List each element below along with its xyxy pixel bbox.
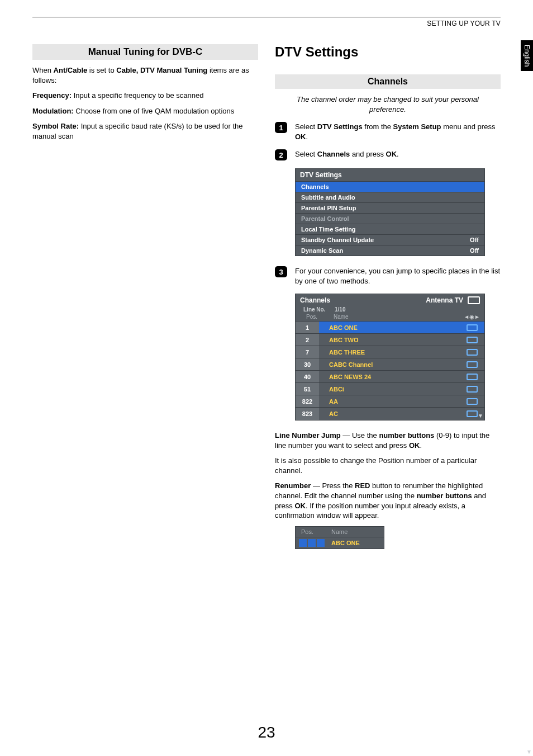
right-column: DTV Settings Channels The channel order … xyxy=(275,44,501,549)
osd2-title-left: Channels xyxy=(300,296,330,304)
renumber-paragraph: Renumber — Press the RED button to renum… xyxy=(275,481,501,520)
nav-arrows-icon: ◄◉► xyxy=(464,314,480,320)
osd-menu-row: Local Time Setting xyxy=(296,224,484,235)
channel-row: 2ABC TWO xyxy=(296,334,484,346)
symbol-rate-item: Symbol Rate: Input a specific baud rate … xyxy=(32,121,258,141)
step-badge-2: 2 xyxy=(275,149,287,160)
frequency-item: Frequency: Input a specific frequency to… xyxy=(32,91,258,101)
channel-row: 823AC xyxy=(296,408,484,420)
step-1: 1 Select DTV Settings from the System Se… xyxy=(275,122,501,141)
line-no-label: Line No. xyxy=(303,306,335,313)
tv-icon xyxy=(467,386,478,393)
col-name: Name xyxy=(323,314,480,320)
osd-dtv-settings: DTV Settings ChannelsSubtitle and AudioP… xyxy=(295,168,485,256)
tv-icon xyxy=(467,398,478,405)
header-rule xyxy=(32,17,501,17)
line-number-jump-paragraph: Line Number Jump — Use the number button… xyxy=(275,431,501,450)
left-column: Manual Tuning for DVB-C When Ant/Cable i… xyxy=(32,44,258,549)
channel-row: 822AA xyxy=(296,395,484,408)
osd-menu-row: Subtitle and Audio xyxy=(296,192,484,203)
channel-row: 1ABC ONE xyxy=(296,322,484,334)
language-tab: English xyxy=(521,40,533,71)
section-title-manual-tuning: Manual Tuning for DVB-C xyxy=(32,44,258,60)
osd-channels-list: Channels Antenna TV Line No. 1/10 Pos. N… xyxy=(295,294,485,420)
step-2: 2 Select Channels and press OK. xyxy=(275,149,501,160)
channel-row: 30CABC Channel xyxy=(296,358,484,371)
tv-icon xyxy=(467,361,478,368)
channels-intro: The channel order may be changed to suit… xyxy=(275,94,501,114)
digit-box xyxy=(308,539,316,547)
step-badge-3: 3 xyxy=(275,266,287,277)
step-3: 3 For your convenience, you can jump to … xyxy=(275,266,501,286)
osd3-col-pos: Pos. xyxy=(301,528,331,535)
osd-menu-row: Dynamic ScanOff xyxy=(296,245,484,256)
tv-icon xyxy=(467,324,478,331)
tv-icon xyxy=(467,410,478,417)
intro-paragraph: When Ant/Cable is set to Cable, DTV Manu… xyxy=(32,65,258,85)
osd-menu-row: Channels xyxy=(296,182,484,192)
osd3-channel-name: ABC ONE xyxy=(326,540,360,546)
channel-row: 51ABCi xyxy=(296,383,484,395)
tv-icon xyxy=(467,337,478,343)
osd-title: DTV Settings xyxy=(296,169,484,182)
position-change-paragraph: It is also possible to change the Positi… xyxy=(275,456,501,475)
tv-icon xyxy=(467,349,478,356)
osd-menu-row: Parental Control xyxy=(296,214,484,224)
digit-box xyxy=(317,539,325,547)
digit-box xyxy=(299,539,307,547)
channel-row: 40ABC NEWS 24 xyxy=(296,371,484,383)
osd-menu-row: Parental PIN Setup xyxy=(296,203,484,214)
running-head: SETTING UP YOUR TV xyxy=(32,20,501,27)
tv-icon xyxy=(468,296,480,304)
scroll-down-icon: ▼ xyxy=(526,749,532,755)
osd-menu-row: Standby Channel UpdateOff xyxy=(296,235,484,245)
osd-renumber: Pos. Name ABC ONE xyxy=(295,526,384,549)
channel-row: 7ABC THREE xyxy=(296,346,484,358)
page-number: 23 xyxy=(0,724,533,741)
scroll-down-icon: ▼ xyxy=(478,413,483,419)
line-no-value: 1/10 xyxy=(335,306,345,313)
step-3-text: For your convenience, you can jump to sp… xyxy=(295,266,501,286)
col-pos: Pos. xyxy=(300,314,323,320)
osd2-title-right: Antenna TV xyxy=(426,296,463,304)
heading-dtv-settings: DTV Settings xyxy=(275,44,501,60)
step-badge-1: 1 xyxy=(275,122,287,133)
section-title-channels: Channels xyxy=(275,74,501,89)
tv-icon xyxy=(467,374,478,380)
modulation-item: Modulation: Choose from one of five QAM … xyxy=(32,106,258,116)
step-2-text: Select Channels and press OK. xyxy=(295,149,501,159)
osd3-col-name: Name xyxy=(331,528,348,535)
step-1-text: Select DTV Settings from the System Setu… xyxy=(295,122,501,141)
